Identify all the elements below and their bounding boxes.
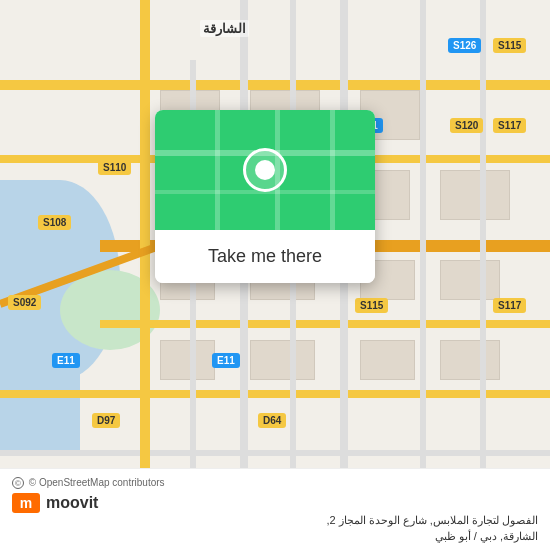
bottom-bar: © © OpenStreetMap contributors m moovit …	[0, 468, 550, 550]
building-block	[440, 170, 510, 220]
road-horizontal	[0, 80, 550, 90]
road-badge-d97: D97	[92, 413, 120, 428]
road-badge-s115-top: S115	[493, 38, 526, 53]
moovit-text: moovit	[46, 494, 98, 512]
popup-card: Take me there	[155, 110, 375, 283]
map-attribution: © © OpenStreetMap contributors	[12, 477, 538, 489]
road-badge-e11-mid: E11	[212, 353, 240, 368]
road-badge-d64: D64	[258, 413, 286, 428]
copyright-icon: ©	[12, 477, 24, 489]
building-block	[440, 340, 500, 380]
building-block	[440, 260, 500, 300]
road-badge-s108: S108	[38, 215, 71, 230]
road-badge-s117-top: S117	[493, 118, 526, 133]
building-block	[160, 340, 215, 380]
building-block	[250, 340, 315, 380]
attribution-text: © OpenStreetMap contributors	[29, 477, 165, 488]
address-line2: الشارقة, دبي / أبو ظبي	[12, 529, 538, 544]
moovit-logo: m moovit	[12, 493, 538, 513]
road-badge-s092: S092	[8, 295, 41, 310]
take-me-there-button[interactable]: Take me there	[155, 230, 375, 283]
popup-map-area	[155, 110, 375, 230]
road-badge-s115-mid: S115	[355, 298, 388, 313]
address-line1: الفصول لتجارة الملابس, شارع الوحدة المجا…	[12, 513, 538, 528]
road-badge-s120: S120	[450, 118, 483, 133]
road-badge-e11-left: E11	[52, 353, 80, 368]
take-me-there-label: Take me there	[208, 246, 322, 267]
road-horizontal	[0, 390, 550, 398]
road-badge-s126: S126	[448, 38, 481, 53]
moovit-m-icon: m	[12, 493, 40, 513]
road-horizontal-minor	[0, 450, 550, 456]
city-label: الشارقة	[200, 20, 249, 37]
road-badge-s110: S110	[98, 160, 131, 175]
building-block	[360, 340, 415, 380]
map-container: الشارقة S126 S115 E11 S120 S117 S110 S10…	[0, 0, 550, 550]
road-badge-s117-bot: S117	[493, 298, 526, 313]
